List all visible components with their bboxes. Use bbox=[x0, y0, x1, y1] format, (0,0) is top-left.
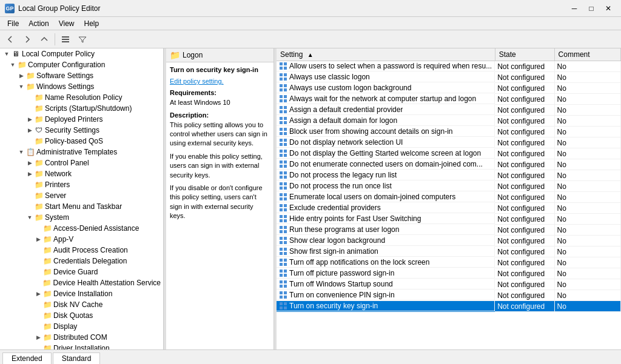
show-hide-button[interactable] bbox=[58, 32, 73, 47]
setting-comment: No bbox=[554, 170, 620, 181]
table-row[interactable]: Exclude credential providersNot configur… bbox=[277, 203, 621, 214]
tree-item-server[interactable]: ▶ 📁 Server bbox=[0, 190, 163, 201]
policy-icon bbox=[279, 225, 287, 234]
maximize-button[interactable]: □ bbox=[583, 2, 599, 15]
tree-item-software[interactable]: ▶ 📁 Software Settings bbox=[0, 70, 163, 81]
tree-item-access-denied[interactable]: ▶ 📁 Access-Denied Assistance bbox=[0, 223, 163, 234]
up-button[interactable] bbox=[36, 32, 52, 47]
svg-rect-6 bbox=[284, 67, 287, 70]
action-menu[interactable]: Action bbox=[24, 18, 53, 29]
table-row[interactable]: Allow users to select when a password is… bbox=[277, 61, 621, 72]
edit-link[interactable]: Edit policy setting. bbox=[170, 78, 224, 85]
table-row[interactable]: Turn on convenience PIN sign-inNot confi… bbox=[277, 290, 621, 301]
table-row[interactable]: Hide entry points for Fast User Switchin… bbox=[277, 214, 621, 225]
tree-item-device-guard[interactable]: ▶ 📁 Device Guard bbox=[0, 266, 163, 277]
expand-icon-dq: ▶ bbox=[34, 311, 42, 320]
tree-item-appv[interactable]: ▶ 📁 App-V bbox=[0, 234, 163, 245]
column-header-setting[interactable]: Setting ▲ bbox=[277, 48, 495, 61]
tree-item-cred-deleg[interactable]: ▶ 📁 Credentials Delegation bbox=[0, 256, 163, 266]
tree-item-deployed[interactable]: ▶ 📁 Deployed Printers bbox=[0, 114, 163, 125]
tree-item-system[interactable]: ▼ 📁 System bbox=[0, 212, 163, 223]
table-row[interactable]: Turn off picture password sign-inNot con… bbox=[277, 268, 621, 279]
section-title: Logon bbox=[183, 51, 203, 59]
table-row[interactable]: Always wait for the network at computer … bbox=[277, 94, 621, 105]
setting-comment: No bbox=[554, 116, 620, 127]
tree-item-disk-nv[interactable]: ▶ 📁 Disk NV Cache bbox=[0, 299, 163, 310]
tab-standard[interactable]: Standard bbox=[53, 352, 101, 364]
tree-item-windows-settings[interactable]: ▼ 📁 Windows Settings bbox=[0, 81, 163, 92]
tree-item-startmenu[interactable]: ▶ 📁 Start Menu and Taskbar bbox=[0, 201, 163, 212]
table-row[interactable]: Enumerate local users on domain-joined c… bbox=[277, 192, 621, 203]
tree-item-admin-templates[interactable]: ▼ 📋 Administrative Templates bbox=[0, 147, 163, 157]
setting-name: Do not display network selection UI bbox=[289, 138, 403, 147]
view-menu[interactable]: View bbox=[54, 18, 79, 29]
content-area: ▼ 🖥 Local Computer Policy ▼ 📁 Computer C… bbox=[0, 48, 621, 349]
table-row[interactable]: Assign a default credential providerNot … bbox=[277, 105, 621, 116]
folder-icon-dg: 📁 bbox=[42, 268, 52, 276]
tree-label-deployed: Deployed Printers bbox=[45, 115, 102, 124]
tree-item-device-health[interactable]: ▶ 📁 Device Health Attestation Service bbox=[0, 277, 163, 288]
tree-item-dist-com[interactable]: ▶ 📁 Distributed COM bbox=[0, 332, 163, 343]
table-row[interactable]: Run these programs at user logonNot conf… bbox=[277, 225, 621, 236]
tree-item-printers[interactable]: ▶ 📁 Printers bbox=[0, 179, 163, 190]
tree-label-network: Network bbox=[45, 170, 72, 178]
svg-rect-26 bbox=[284, 121, 287, 124]
expand-icon-dcom: ▶ bbox=[34, 333, 42, 342]
main-container: ▼ 🖥 Local Computer Policy ▼ 📁 Computer C… bbox=[0, 48, 621, 364]
setting-name: Turn off picture password sign-in bbox=[289, 269, 394, 277]
back-button[interactable] bbox=[2, 32, 18, 47]
table-row[interactable]: Do not display the Getting Started welco… bbox=[277, 148, 621, 159]
svg-rect-60 bbox=[284, 215, 287, 218]
tree-item-comp-config[interactable]: ▼ 📁 Computer Configuration bbox=[0, 59, 163, 70]
table-row[interactable]: Always use classic logonNot configuredNo bbox=[277, 72, 621, 83]
tree-item-local-gp[interactable]: ▼ 🖥 Local Computer Policy bbox=[0, 48, 163, 59]
tree-item-network[interactable]: ▶ 📁 Network bbox=[0, 168, 163, 179]
setting-name: Allow users to select when a password is… bbox=[289, 62, 492, 70]
window-title: Local Group Policy Editor bbox=[18, 4, 100, 13]
close-button[interactable]: ✕ bbox=[600, 2, 616, 15]
help-menu[interactable]: Help bbox=[79, 18, 104, 29]
tree-item-security[interactable]: ▶ 🛡 Security Settings bbox=[0, 125, 163, 136]
tree-item-control-panel[interactable]: ▶ 📁 Control Panel bbox=[0, 157, 163, 168]
svg-rect-47 bbox=[280, 182, 283, 185]
tree-label-name-res: Name Resolution Policy bbox=[45, 93, 122, 102]
policy-icon bbox=[279, 182, 287, 190]
setting-state: Not configured bbox=[495, 290, 554, 301]
tree-item-driver[interactable]: ▶ 📁 Driver Installation bbox=[0, 343, 163, 349]
tab-extended[interactable]: Extended bbox=[2, 352, 52, 364]
column-header-comment[interactable]: Comment bbox=[554, 48, 620, 61]
file-menu[interactable]: File bbox=[2, 18, 24, 29]
tree-item-qos[interactable]: ▶ 📁 Policy-based QoS bbox=[0, 136, 163, 147]
table-row[interactable]: Do not enumerate connected users on doma… bbox=[277, 159, 621, 170]
tree-label-startmenu: Start Menu and Taskbar bbox=[45, 202, 122, 211]
table-row[interactable]: Show clear logon backgroundNot configure… bbox=[277, 236, 621, 247]
table-row[interactable]: Turn off Windows Startup soundNot config… bbox=[277, 279, 621, 290]
table-row[interactable]: Do not process the legacy run listNot co… bbox=[277, 170, 621, 181]
forward-button[interactable] bbox=[19, 32, 35, 47]
setting-comment: No bbox=[554, 105, 620, 116]
svg-rect-81 bbox=[280, 274, 283, 277]
table-row[interactable]: Turn off app notifications on the lock s… bbox=[277, 257, 621, 268]
tree-item-scripts[interactable]: ▶ 📁 Scripts (Startup/Shutdown) bbox=[0, 103, 163, 114]
tree-item-disk-quotas[interactable]: ▶ 📁 Disk Quotas bbox=[0, 310, 163, 321]
svg-rect-56 bbox=[284, 204, 287, 207]
expand-icon-dnv: ▶ bbox=[34, 300, 42, 309]
tree-panel[interactable]: ▼ 🖥 Local Computer Policy ▼ 📁 Computer C… bbox=[0, 48, 164, 349]
column-header-state[interactable]: State bbox=[495, 48, 554, 61]
table-row[interactable]: Assign a default domain for logonNot con… bbox=[277, 116, 621, 127]
svg-rect-93 bbox=[280, 306, 283, 309]
table-row[interactable]: Show first sign-in animationNot configur… bbox=[277, 247, 621, 257]
tree-item-name-res[interactable]: ▶ 📁 Name Resolution Policy bbox=[0, 92, 163, 103]
tree-item-display[interactable]: ▶ 📁 Display bbox=[0, 321, 163, 332]
tree-label-audit: Audit Process Creation bbox=[53, 246, 128, 254]
tree-item-device-install[interactable]: ▶ 📁 Device Installation bbox=[0, 288, 163, 299]
table-row[interactable]: Always use custom logon backgroundNot co… bbox=[277, 83, 621, 94]
setting-name: Turn on convenience PIN sign-in bbox=[289, 291, 395, 299]
table-row[interactable]: Do not process the run once listNot conf… bbox=[277, 181, 621, 192]
filter-button[interactable] bbox=[75, 32, 90, 47]
minimize-button[interactable]: ─ bbox=[566, 2, 582, 15]
table-row[interactable]: Do not display network selection UINot c… bbox=[277, 137, 621, 148]
tree-item-audit[interactable]: ▶ 📁 Audit Process Creation bbox=[0, 245, 163, 256]
table-row[interactable]: Block user from showing account details … bbox=[277, 127, 621, 137]
table-row[interactable]: Turn on security key sign-inNot configur… bbox=[277, 301, 621, 312]
